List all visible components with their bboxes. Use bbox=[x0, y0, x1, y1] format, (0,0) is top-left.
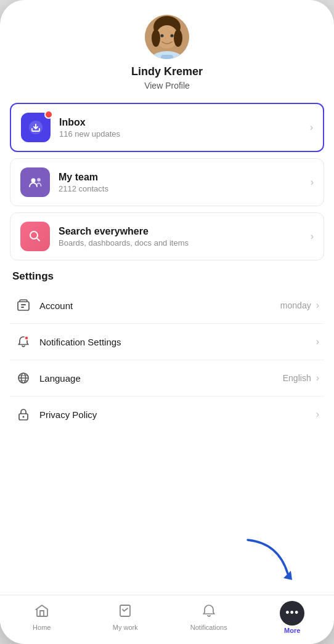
team-icon-wrap bbox=[20, 167, 50, 197]
language-label: Language bbox=[39, 373, 283, 384]
notifications-settings-item[interactable]: Notification Settings › bbox=[10, 324, 324, 360]
team-text: My team 2112 contacts bbox=[59, 172, 311, 193]
home-label: Home bbox=[33, 624, 51, 631]
notifications-nav-label: Notifications bbox=[190, 624, 227, 631]
language-icon bbox=[15, 371, 32, 385]
inbox-badge bbox=[44, 110, 53, 119]
svg-point-4 bbox=[174, 30, 182, 47]
more-label: More bbox=[284, 627, 300, 634]
language-settings-item[interactable]: Language English › bbox=[10, 360, 324, 396]
notifications-chevron: › bbox=[316, 336, 319, 347]
account-label: Account bbox=[39, 300, 280, 311]
svg-point-12 bbox=[30, 231, 38, 239]
view-profile-link[interactable]: View Profile bbox=[144, 81, 190, 91]
team-chevron: › bbox=[311, 177, 314, 188]
nav-notifications[interactable]: Notifications bbox=[167, 603, 251, 631]
svg-point-6 bbox=[171, 34, 174, 38]
mywork-label: My work bbox=[113, 624, 138, 631]
more-dots-icon: ••• bbox=[285, 606, 299, 619]
user-name: Lindy Kremer bbox=[131, 65, 203, 78]
svg-point-16 bbox=[25, 336, 28, 340]
inbox-text: Inbox 116 new updates bbox=[59, 117, 310, 139]
notification-settings-icon bbox=[15, 335, 32, 348]
nav-more[interactable]: ••• More bbox=[251, 601, 335, 634]
inbox-chevron: › bbox=[310, 122, 313, 133]
search-title: Search everywhere bbox=[59, 226, 311, 237]
notifications-label: Notification Settings bbox=[39, 337, 316, 347]
search-text: Search everywhere Boards, dashboards, do… bbox=[59, 226, 311, 248]
account-chevron: › bbox=[316, 300, 319, 311]
avatar[interactable] bbox=[145, 15, 189, 59]
team-subtitle: 2112 contacts bbox=[59, 184, 311, 193]
language-value: English bbox=[283, 373, 311, 383]
search-icon bbox=[27, 228, 43, 244]
search-chevron: › bbox=[311, 231, 314, 242]
svg-point-5 bbox=[161, 34, 164, 38]
main-content: Lindy Kremer View Profile Inbox 116 new … bbox=[0, 0, 334, 595]
search-subtitle: Boards, dashboards, docs and items bbox=[59, 238, 311, 248]
mywork-icon bbox=[118, 603, 132, 622]
language-chevron: › bbox=[316, 372, 319, 384]
bottom-navigation: Home My work Notifications ••• bbox=[0, 595, 334, 644]
svg-point-11 bbox=[37, 178, 41, 182]
svg-rect-14 bbox=[21, 304, 26, 305]
nav-mywork[interactable]: My work bbox=[84, 603, 168, 631]
team-menu-item[interactable]: My team 2112 contacts › bbox=[10, 158, 324, 206]
settings-list: Account monday › Notification Settings › bbox=[10, 288, 324, 432]
svg-rect-8 bbox=[161, 55, 173, 59]
phone-frame: Lindy Kremer View Profile Inbox 116 new … bbox=[0, 0, 334, 644]
inbox-title: Inbox bbox=[59, 117, 310, 128]
svg-point-3 bbox=[152, 30, 160, 47]
svg-rect-15 bbox=[21, 307, 24, 308]
account-value: monday bbox=[280, 300, 311, 310]
svg-point-20 bbox=[23, 416, 25, 418]
nav-home[interactable]: Home bbox=[0, 603, 84, 631]
privacy-chevron: › bbox=[316, 409, 319, 420]
svg-rect-13 bbox=[18, 302, 29, 310]
inbox-icon bbox=[28, 119, 44, 135]
more-circle: ••• bbox=[280, 601, 304, 626]
notifications-nav-icon bbox=[202, 603, 216, 622]
privacy-icon bbox=[15, 408, 32, 421]
team-title: My team bbox=[59, 172, 311, 183]
privacy-label: Privacy Policy bbox=[39, 409, 316, 420]
team-icon bbox=[27, 174, 43, 190]
search-menu-item[interactable]: Search everywhere Boards, dashboards, do… bbox=[10, 212, 324, 260]
inbox-subtitle: 116 new updates bbox=[59, 129, 310, 139]
profile-section: Lindy Kremer View Profile bbox=[10, 15, 324, 103]
svg-point-10 bbox=[31, 179, 36, 183]
account-settings-item[interactable]: Account monday › bbox=[10, 288, 324, 324]
privacy-settings-item[interactable]: Privacy Policy › bbox=[10, 396, 324, 432]
home-icon bbox=[35, 603, 49, 622]
inbox-icon-wrap bbox=[21, 113, 51, 142]
settings-title: Settings bbox=[12, 270, 324, 283]
account-icon bbox=[15, 299, 32, 312]
inbox-menu-item[interactable]: Inbox 116 new updates › bbox=[10, 103, 324, 152]
search-icon-wrap bbox=[20, 222, 50, 251]
